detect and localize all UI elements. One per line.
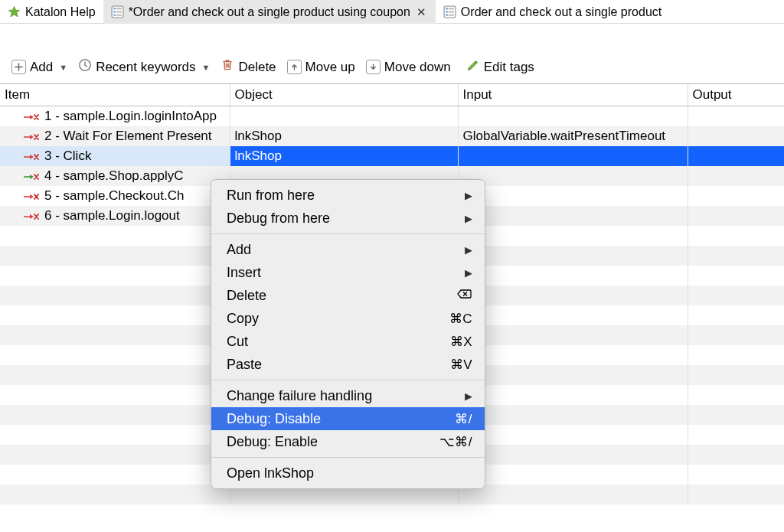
svg-marker-0 (8, 6, 19, 16)
pencil-icon (466, 58, 480, 76)
svg-marker-17 (30, 115, 34, 119)
context-menu-item-label: Debug from here (227, 211, 330, 227)
plus-icon (11, 60, 26, 74)
col-output[interactable]: Output (688, 84, 784, 106)
context-menu-shortcut: ⌘X (450, 334, 472, 350)
context-menu-item[interactable]: Open lnkShop (211, 462, 485, 485)
move-down-button[interactable]: Move down (362, 58, 455, 77)
recent-label: Recent keywords (96, 60, 195, 75)
context-menu-item[interactable]: Debug: Disable ⌘/ (211, 407, 485, 430)
move-up-button[interactable]: Move up (283, 58, 359, 77)
context-menu-item[interactable]: Copy ⌘C (211, 307, 485, 330)
context-menu-separator (211, 380, 485, 380)
close-icon[interactable]: ✕ (415, 5, 428, 19)
svg-marker-19 (30, 135, 34, 139)
testcase-icon (443, 5, 456, 18)
delete-shortcut-icon (457, 288, 472, 303)
svg-marker-27 (30, 214, 34, 219)
arrow-down-icon (366, 60, 381, 74)
testcase-icon (111, 5, 124, 18)
context-menu-shortcut: ⌘C (449, 311, 472, 327)
submenu-caret-icon: ▶ (465, 244, 472, 256)
context-menu-item[interactable]: Run from here ▶ (211, 184, 485, 207)
tab-order-single[interactable]: Order and check out a single product (436, 0, 669, 24)
context-menu-separator (211, 457, 485, 458)
tab-order-coupon[interactable]: *Order and check out a single product us… (103, 0, 436, 24)
context-menu: Run from here ▶ Debug from here ▶ Add ▶ … (211, 179, 485, 489)
step-item-text: 4 - sample.Shop.applyC (44, 168, 183, 184)
edit-tags-button[interactable]: Edit tags (462, 57, 538, 77)
tab-katalon-help[interactable]: Katalon Help (0, 0, 103, 24)
step-status-icon (23, 211, 40, 221)
step-item-text: 3 - Click (44, 149, 91, 164)
context-menu-item[interactable]: Add ▶ (211, 238, 485, 261)
context-menu-item-label: Cut (227, 334, 248, 350)
context-menu-item[interactable]: Change failure handling ▶ (211, 384, 485, 407)
context-menu-item[interactable]: Insert ▶ (211, 261, 485, 284)
context-menu-item[interactable]: Delete (211, 284, 485, 307)
delete-button[interactable]: Delete (217, 57, 279, 77)
context-menu-item[interactable]: Debug from here ▶ (211, 207, 485, 230)
col-input[interactable]: Input (458, 84, 688, 106)
context-menu-item[interactable]: Paste ⌘V (211, 353, 485, 376)
context-menu-shortcut: ⌘V (450, 357, 472, 373)
submenu-caret-icon: ▶ (465, 267, 472, 279)
step-item-text: 6 - sample.Login.logout (44, 208, 180, 224)
dropdown-caret-icon: ▼ (57, 63, 67, 72)
context-menu-item-label: Copy (227, 311, 259, 327)
step-item-text: 1 - sample.Login.loginIntoApp (44, 109, 217, 124)
context-menu-item[interactable]: Cut ⌘X (211, 330, 485, 353)
svg-rect-11 (446, 11, 448, 12)
moveup-label: Move up (305, 60, 355, 75)
step-object-text: lnkShop (235, 149, 282, 163)
table-row[interactable]: 2 - Wait For Element Present lnkShop Glo… (0, 126, 784, 146)
svg-rect-7 (116, 15, 121, 16)
context-menu-item-label: Add (227, 242, 251, 258)
step-object-text: lnkShop (235, 129, 282, 143)
col-object[interactable]: Object (230, 84, 458, 106)
context-menu-item-label: Change failure handling (227, 388, 372, 404)
star-icon (8, 5, 21, 18)
recent-keywords-button[interactable]: Recent keywords ▼ (74, 57, 214, 77)
toolbar: Add ▼ Recent keywords ▼ Delete Move up (0, 24, 784, 83)
svg-marker-23 (30, 175, 34, 179)
context-menu-item-label: Debug: Disable (227, 411, 321, 427)
step-status-icon (23, 131, 40, 142)
svg-rect-12 (449, 11, 453, 12)
svg-rect-4 (113, 11, 116, 12)
tab-label: Katalon Help (25, 5, 96, 19)
edittags-label: Edit tags (484, 60, 534, 75)
dropdown-caret-icon: ▼ (200, 63, 211, 72)
col-item[interactable]: Item (0, 84, 230, 106)
arrow-up-icon (287, 60, 302, 74)
submenu-caret-icon: ▶ (465, 190, 472, 201)
submenu-caret-icon: ▶ (465, 213, 472, 224)
svg-rect-2 (113, 8, 116, 9)
tab-label: Order and check out a single product (461, 5, 662, 19)
context-menu-item-label: Insert (227, 265, 261, 281)
step-status-icon (23, 151, 40, 162)
context-menu-item[interactable]: Debug: Enable ⌥⌘/ (211, 430, 485, 453)
svg-rect-9 (446, 8, 448, 9)
add-button[interactable]: Add ▼ (8, 58, 71, 77)
delete-label: Delete (238, 60, 276, 75)
context-menu-item-label: Run from here (227, 188, 315, 204)
clock-icon (78, 58, 92, 76)
context-menu-shortcut: ⌥⌘/ (439, 434, 472, 450)
context-menu-item-label: Debug: Enable (227, 434, 318, 450)
movedown-label: Move down (384, 60, 451, 75)
svg-rect-6 (113, 15, 116, 16)
context-menu-item-label: Open lnkShop (227, 465, 314, 481)
step-status-icon (23, 111, 40, 122)
table-row[interactable]: 1 - sample.Login.loginIntoApp (0, 106, 784, 127)
step-item-text: 2 - Wait For Element Present (44, 129, 212, 144)
tab-label: *Order and check out a single product us… (129, 5, 410, 19)
table-row[interactable]: 3 - Click lnkShop (0, 146, 784, 166)
context-menu-shortcut: ⌘/ (455, 411, 472, 427)
svg-marker-21 (30, 155, 34, 159)
svg-marker-25 (30, 194, 34, 199)
step-item-text: 5 - sample.Checkout.Ch (44, 188, 184, 204)
add-label: Add (30, 60, 53, 75)
context-menu-separator (211, 233, 485, 234)
svg-rect-13 (446, 15, 448, 16)
